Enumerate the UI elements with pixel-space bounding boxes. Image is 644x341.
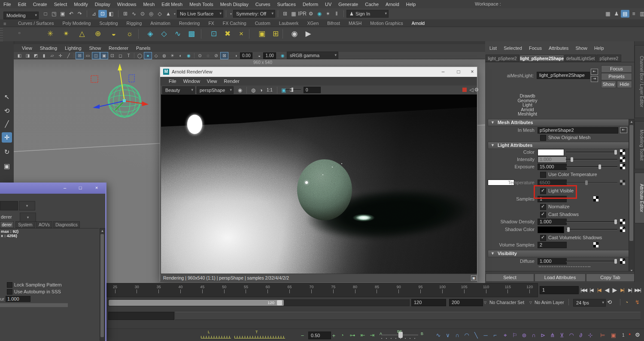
smooth-shade-icon[interactable]: ● [144, 52, 152, 59]
shelf-tab[interactable]: Animation [146, 20, 175, 27]
tween-value-field[interactable]: 0.50 [308, 332, 331, 339]
redo-icon[interactable]: ↷ [76, 10, 84, 18]
textured-icon[interactable]: ◍ [160, 52, 168, 59]
current-frame-field[interactable]: 1 [540, 286, 579, 294]
menu-item[interactable]: Arnold [382, 1, 403, 8]
shelf-options-icon[interactable]: ○ [18, 30, 21, 35]
shadow-density-field[interactable]: 1.000 [538, 219, 567, 225]
presets-button[interactable]: Presets [601, 73, 632, 80]
gamma-icon[interactable]: ◒ [255, 52, 263, 59]
view-transform-selector[interactable]: sRGB gamma [287, 52, 338, 59]
sign-in-button[interactable]: ♟ Sign In [346, 10, 389, 18]
shelf-tab[interactable]: Curves / Surfaces [14, 20, 58, 27]
shadow-density-map-button[interactable] [620, 219, 625, 224]
samples-map-button[interactable] [593, 196, 598, 201]
light-manager-icon[interactable]: ▣ [256, 28, 268, 40]
use-autobump-checkbox[interactable] [7, 289, 12, 295]
paint-select-tool[interactable]: ╱ [2, 119, 12, 129]
camera-selector[interactable]: perspShape [197, 86, 234, 94]
load-attributes-button[interactable]: Load Attributes [535, 274, 586, 282]
copy-tab-button[interactable]: Copy Tab [586, 274, 635, 282]
select-hierarchy-icon[interactable]: ⊿ [90, 10, 98, 18]
shelf-tab[interactable]: Bifrost [323, 20, 344, 27]
render-image[interactable] [161, 94, 477, 274]
area-light-icon[interactable]: ✳ [44, 28, 56, 40]
shadows-icon[interactable]: ◐ [176, 52, 185, 59]
ae-tab-defaultlightset[interactable]: defaultLightSet [565, 55, 596, 62]
range-end-field[interactable]: 200 [449, 299, 483, 306]
step-tangent-icon[interactable]: ⌐ [491, 332, 499, 338]
viewport-menu-item[interactable]: Lighting [61, 45, 85, 52]
menu-item[interactable]: Edit Mesh [158, 1, 186, 8]
render-view-icon[interactable]: ⊞ [281, 10, 289, 18]
animation-preferences-icon[interactable]: ◔ [625, 299, 628, 305]
modeling-toolkit-vertical-tab[interactable]: Modeling Toolkit [635, 121, 644, 169]
menu-item[interactable]: Cache [361, 1, 382, 8]
minimize-icon[interactable]: – [437, 67, 450, 76]
shelf-tab[interactable]: Rigging [122, 20, 146, 27]
pose-icon[interactable]: ⊻ [558, 332, 566, 338]
temperature-slider[interactable] [566, 180, 617, 185]
normalize-checkbox[interactable] [540, 204, 546, 210]
ae-tab-light-psphere2[interactable]: light_pSphere2 [486, 55, 519, 62]
close-icon[interactable]: × [91, 184, 102, 192]
shelf-tab[interactable]: Sculpting [95, 20, 122, 27]
renderview-titlebar[interactable]: M Arnold RenderView – □ × [160, 67, 477, 77]
modeling-toolkit-icon[interactable]: ▦ [604, 10, 612, 18]
ipr-render-icon[interactable]: IPR [298, 10, 307, 18]
menu-item[interactable]: Select [51, 1, 71, 8]
camera-select-icon[interactable]: ◧ [15, 52, 24, 59]
lasso-select-tool[interactable]: ⟲ [2, 106, 12, 116]
exposure-field[interactable]: 15.000 [538, 164, 567, 170]
key-ruler-left[interactable] [201, 336, 231, 338]
menu-item[interactable]: Mesh Display [217, 1, 252, 8]
use-color-temperature-checkbox[interactable] [540, 172, 546, 178]
viewport-menu-item[interactable]: View [18, 45, 36, 52]
exposure-icon[interactable]: ◑ [232, 52, 240, 59]
chevron-down-icon[interactable]: ▾ [174, 12, 176, 16]
anim-layer-selector[interactable]: No Anim Layer [535, 300, 564, 305]
renderview-menu-item[interactable]: Render [221, 78, 243, 85]
range-slider-track[interactable]: 120 [108, 299, 410, 306]
shelf-tab[interactable]: XGen [303, 20, 323, 27]
symmetry-selector[interactable]: Symmetry: Off [233, 10, 275, 18]
channel-box-icon[interactable]: ▥ [638, 10, 644, 18]
move-tool[interactable]: ✛ [2, 132, 12, 143]
viewport-menu-item[interactable]: Show [85, 45, 105, 52]
dialog-tab-diagnostics[interactable]: Diagnostics [53, 221, 80, 228]
renderview-menu-item[interactable]: Window [180, 78, 204, 85]
settings-gear-icon[interactable]: ⚙ [473, 87, 480, 93]
mesh-light-icon[interactable]: ✴ [60, 28, 72, 40]
color-map-button[interactable] [620, 149, 625, 155]
volume-samples-field[interactable]: 2 [538, 242, 567, 248]
diffuse-field[interactable]: 1.000 [538, 258, 567, 265]
shadow-color-map-button[interactable] [620, 227, 625, 232]
snap-center-icon[interactable]: ◎ [147, 10, 155, 18]
gate-mask-icon[interactable]: ▣ [100, 52, 108, 59]
viewport-toggle-icon[interactable] [74, 53, 74, 58]
dialog-scrollbar[interactable]: ▲ [100, 228, 105, 341]
intensity-field[interactable]: 1.000 [538, 156, 567, 163]
menu-item[interactable]: Surfaces [274, 1, 299, 8]
channel-box-vertical-tab[interactable]: Channel Box / Layer Editor [635, 45, 644, 118]
snapshot-icon[interactable]: ◉ [236, 87, 244, 93]
arnold-renderview-icon[interactable]: ◉ [289, 28, 301, 40]
step-forward-frame-button[interactable]: ▶| [626, 287, 634, 293]
menu-item[interactable]: Windows [114, 1, 140, 8]
attribute-editor-menu-item[interactable]: Focus [526, 45, 545, 52]
diffuse-slider[interactable] [566, 259, 617, 264]
fps-selector[interactable]: 24 fps [573, 299, 606, 307]
export-standin-icon[interactable]: ◇ [158, 28, 170, 40]
gamma-field[interactable]: 1.00 [263, 52, 276, 59]
play-forwards-button[interactable]: ▶ [611, 286, 618, 293]
menu-item[interactable]: Help [403, 1, 419, 8]
film-gate-icon[interactable]: ▭ [84, 52, 92, 59]
go-to-start-button[interactable]: |◀◀ [580, 287, 587, 293]
color-management-icon[interactable]: ◉ [279, 52, 287, 59]
select-component-icon[interactable]: ◧ [107, 10, 115, 18]
progressive-field[interactable]: 0 [304, 87, 321, 93]
auto-tangent-icon[interactable]: ∿ [434, 332, 442, 338]
record-dot-icon[interactable]: ● [629, 332, 631, 336]
menu-item[interactable]: Curves [252, 1, 274, 8]
cast-shadows-checkbox[interactable] [540, 212, 546, 218]
